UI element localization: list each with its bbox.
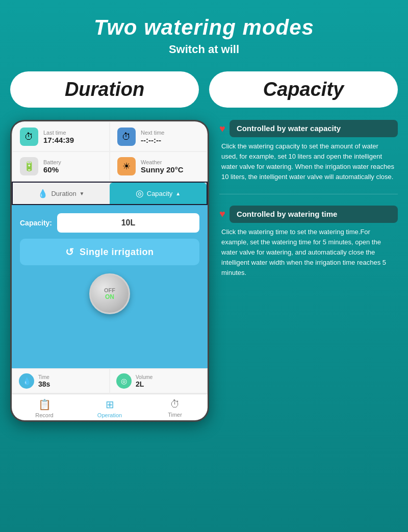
last-time-icon: ⏱ <box>20 128 38 146</box>
stat-battery: 🔋 Battery 60% <box>13 152 109 181</box>
operation-nav-label: Operation <box>97 412 122 418</box>
tab-capacity[interactable]: ◎ Capacity ▲ <box>110 183 207 204</box>
capacity-badge: Capacity <box>209 71 398 108</box>
phone-mockup: ⏱ Last time 17:44:39 ⏱ Next time --:--:-… <box>10 120 209 422</box>
feature-time-title: Controlled by watering time <box>237 210 338 218</box>
toggle-switch[interactable]: OFF ON <box>89 273 130 314</box>
weather-value: Sunny 20°C <box>141 165 184 174</box>
toggle-off-label: OFF <box>104 287 115 293</box>
bottom-stats: 💧 Time 38s ◎ Volume 2L <box>12 368 208 394</box>
last-time-label: Last time <box>43 130 74 136</box>
capacity-row: Capacity: 10L <box>20 213 199 233</box>
volume-stat-value: 2L <box>136 380 152 388</box>
main-title: Two watering modes <box>94 15 314 40</box>
next-time-label: Next time <box>141 130 164 136</box>
bottom-nav: 📋 Record ⊞ Operation ⏱ Timer <box>12 394 208 420</box>
nav-operation[interactable]: ⊞ Operation <box>77 398 142 418</box>
record-nav-icon: 📋 <box>38 398 51 411</box>
time-stat-value: 38s <box>38 380 50 388</box>
feature-time-desc: Click the watering time to set the water… <box>219 227 398 278</box>
capacity-chevron: ▲ <box>175 191 181 196</box>
feature-capacity-title: Controlled by water capacity <box>237 124 341 133</box>
content-area: ⏱ Last time 17:44:39 ⏱ Next time --:--:-… <box>10 120 398 422</box>
irrigation-loop-icon: ↺ <box>65 246 74 258</box>
features-divider <box>219 194 398 194</box>
time-stat-icon: 💧 <box>19 373 34 389</box>
irrigation-btn-label: Single irrigation <box>80 247 154 258</box>
right-panel: ♥ Controlled by water capacity Click the… <box>219 120 398 278</box>
bottom-stat-volume: ◎ Volume 2L <box>110 369 207 393</box>
next-time-value: --:--:-- <box>141 136 164 144</box>
capacity-field-label: Capacity: <box>20 219 52 227</box>
feature-time: ♥ Controlled by watering time Click the … <box>219 206 398 278</box>
app-main: Capacity: 10L ↺ Single irrigation OFF ON <box>12 205 208 368</box>
capacity-input[interactable]: 10L <box>57 213 199 233</box>
time-stat-label: Time <box>38 374 50 380</box>
stat-next-time: ⏱ Next time --:--:-- <box>110 122 207 151</box>
last-time-value: 17:44:39 <box>43 136 74 144</box>
battery-icon: 🔋 <box>20 157 38 175</box>
battery-value: 60% <box>43 165 61 174</box>
timer-nav-icon: ⏱ <box>170 398 180 410</box>
feature-capacity-header: ♥ Controlled by water capacity <box>219 120 398 137</box>
duration-chevron: ▼ <box>80 191 85 196</box>
heart-icon-1: ♥ <box>219 123 225 135</box>
nav-record[interactable]: 📋 Record <box>12 398 77 418</box>
feature-time-title-badge: Controlled by watering time <box>230 206 398 223</box>
weather-label: Weather <box>141 159 184 165</box>
stat-weather: ☀ Weather Sunny 20°C <box>110 152 207 181</box>
feature-capacity-desc: Click the watering capacity to set the a… <box>219 141 398 183</box>
tab-capacity-label: Capacity <box>147 190 173 197</box>
heart-icon-2: ♥ <box>219 208 225 220</box>
mode-badges: Duration Capacity <box>10 71 398 108</box>
sub-title: Switch at will <box>169 43 239 56</box>
battery-label: Battery <box>43 159 61 165</box>
irrigation-button[interactable]: ↺ Single irrigation <box>20 239 199 265</box>
duration-badge-label: Duration <box>65 79 144 100</box>
page-wrapper: Two watering modes Switch at will Durati… <box>0 0 408 532</box>
duration-tab-icon: 💧 <box>38 189 48 198</box>
tab-duration[interactable]: 💧 Duration ▼ <box>13 183 110 204</box>
capacity-badge-label: Capacity <box>263 79 344 100</box>
feature-time-header: ♥ Controlled by watering time <box>219 206 398 223</box>
stats-row: ⏱ Last time 17:44:39 ⏱ Next time --:--:-… <box>12 121 208 182</box>
bottom-stat-time: 💧 Time 38s <box>13 369 109 393</box>
stat-last-time: ⏱ Last time 17:44:39 <box>13 122 109 151</box>
capacity-tab-icon: ◎ <box>136 188 144 199</box>
next-time-icon: ⏱ <box>117 128 136 146</box>
tab-duration-label: Duration <box>51 190 76 197</box>
toggle-area[interactable]: OFF ON <box>20 273 199 314</box>
feature-capacity-title-badge: Controlled by water capacity <box>230 120 398 137</box>
record-nav-label: Record <box>35 412 53 418</box>
weather-icon: ☀ <box>117 157 136 175</box>
timer-nav-label: Timer <box>168 412 182 418</box>
tab-bar: 💧 Duration ▼ ◎ Capacity ▲ <box>13 183 207 204</box>
operation-nav-icon: ⊞ <box>106 398 114 411</box>
volume-stat-icon: ◎ <box>116 373 132 389</box>
feature-capacity: ♥ Controlled by water capacity Click the… <box>219 120 398 183</box>
toggle-on-label: ON <box>105 293 114 300</box>
nav-timer[interactable]: ⏱ Timer <box>142 398 208 418</box>
duration-badge: Duration <box>10 71 199 108</box>
volume-stat-label: Volume <box>136 374 152 380</box>
